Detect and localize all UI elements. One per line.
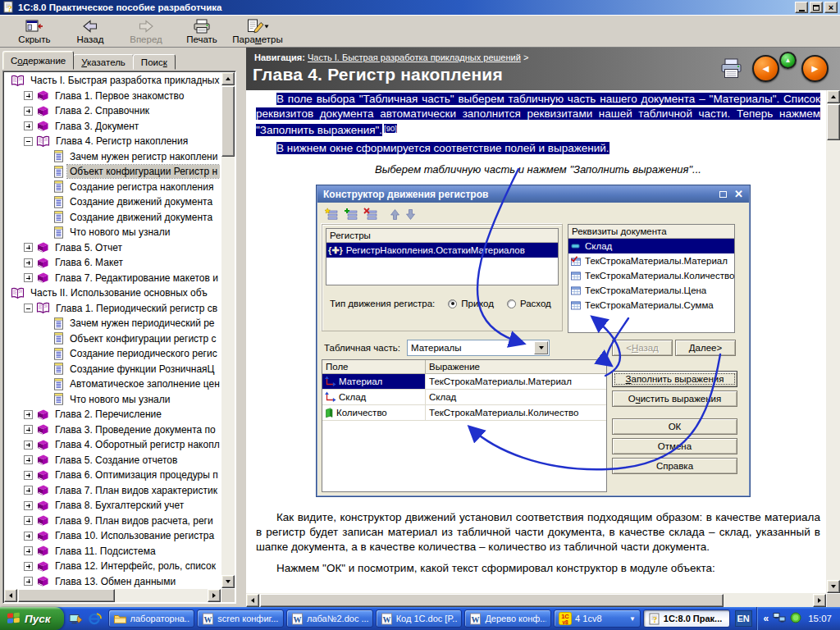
tree-item[interactable]: Глава 10. Использование регистра [6, 528, 220, 544]
tree-item-label[interactable]: Глава 3. Проведение документа по [52, 423, 218, 436]
tree-item[interactable]: Объект конфигурации регистр с [6, 331, 220, 347]
table-row[interactable]: МатериалТекСтрокаМатериалы.Материал [322, 374, 606, 390]
expand-plus-icon[interactable] [24, 121, 33, 130]
radio-расход[interactable]: Расход [507, 299, 551, 308]
move-up-icon[interactable] [390, 208, 400, 221]
expand-plus-icon[interactable] [24, 258, 33, 267]
tree-item-label[interactable]: Глава 6. Макет [52, 256, 126, 269]
tree-item-label[interactable]: Создание движений документа [67, 211, 215, 224]
expand-plus-icon[interactable] [24, 486, 33, 495]
scrollbar-thumb[interactable] [827, 104, 840, 140]
tree-item[interactable]: Глава 11. Подсистема [6, 544, 220, 559]
tree-item-label[interactable]: Объект конфигурации Регистр н [67, 165, 220, 178]
dialog-button-ок[interactable]: ОК [612, 418, 737, 435]
taskbar-task[interactable]: 1Сv84 1cv8▼ [554, 609, 641, 628]
tree-item-label[interactable]: Глава 11. Подсистема [52, 545, 158, 558]
expand-plus-icon[interactable] [24, 577, 33, 586]
tree-item-label[interactable]: Что нового мы узнали [67, 226, 172, 239]
scroll-right-button[interactable] [208, 589, 221, 602]
add-register-icon[interactable] [324, 208, 339, 221]
tree-item[interactable]: Глава 4. Регистр накопления [6, 134, 220, 149]
scroll-up-button[interactable] [221, 72, 235, 85]
expand-plus-icon[interactable] [24, 501, 33, 510]
print-topic-icon[interactable] [719, 57, 743, 82]
tree-item[interactable]: Глава 2. Перечисление [6, 407, 220, 422]
expand-plus-icon[interactable] [24, 532, 33, 541]
tree-item[interactable]: Часть I. Быстрая разработка прикладных р… [6, 73, 220, 89]
tree-item[interactable]: Глава 7. Редактирование макетов и [6, 271, 220, 286]
tree-item[interactable]: Глава 5. Создание отчетов [6, 453, 220, 468]
collapse-minus-icon[interactable] [24, 304, 33, 313]
tree-item-label[interactable]: Глава 2. Справочник [52, 104, 152, 117]
dialog-button-заполнить-выражения[interactable]: Заполнить выражения [612, 371, 737, 387]
scroll-down-button[interactable] [221, 575, 235, 588]
scroll-to-top-button[interactable]: ▲ [779, 52, 797, 69]
toolbar-button-back-arrow[interactable]: Назад [62, 16, 118, 46]
tree-item-label[interactable]: Глава 1. Периодический регистр св [53, 302, 220, 315]
tree-item[interactable]: Глава 5. Отчет [6, 240, 220, 256]
table-row[interactable]: КоличествоТекСтрокаМатериалы.Количество [322, 405, 606, 421]
tree-item-label[interactable]: Глава 8. Бухгалтерский учет [52, 499, 186, 512]
tree-item[interactable]: Глава 13. Обмен данными [6, 574, 220, 588]
expand-plus-icon[interactable] [24, 441, 33, 450]
scroll-down-button[interactable] [827, 580, 840, 593]
breadcrumb-link[interactable]: Часть I. Быстрая разработка прикладных р… [308, 52, 521, 62]
tree-item-label[interactable]: Глава 3. Документ [52, 120, 141, 133]
minimize-button[interactable] [795, 2, 808, 13]
taskbar-task[interactable]: WКод 1С.doc [P... [376, 609, 463, 628]
expand-plus-icon[interactable] [24, 425, 33, 434]
tree-item-label[interactable]: Глава 12. Интерфейс, роль, список [52, 559, 218, 573]
scroll-up-button[interactable] [827, 90, 840, 103]
tree-item[interactable]: Создание движений документа [6, 194, 220, 210]
previous-topic-button[interactable]: ◄ [752, 55, 779, 82]
delete-row-icon[interactable] [363, 208, 378, 221]
tree-item-label[interactable]: Что нового мы узнали [67, 393, 172, 406]
toolbar-button-hide-panel[interactable]: Скрыть [7, 16, 62, 46]
expand-plus-icon[interactable] [24, 273, 33, 282]
tree-item-label[interactable]: Глава 5. Отчет [52, 241, 125, 254]
taskbar-task[interactable]: лабораторна... [108, 609, 195, 628]
expand-plus-icon[interactable] [24, 243, 33, 252]
language-indicator[interactable]: EN [735, 610, 752, 627]
tree-item-label[interactable]: Часть II. Использование основных объ [28, 286, 210, 299]
tree-item[interactable]: Создание движений документа [6, 210, 220, 226]
tree-item-label[interactable]: Глава 9. План видов расчета, реги [52, 514, 216, 527]
tree-item[interactable]: Что нового мы узнали [6, 392, 220, 408]
tree-item[interactable]: Глава 6. Оптимизация процедуры п [6, 468, 220, 483]
table-row[interactable]: СкладСклад [322, 390, 606, 405]
expand-plus-icon[interactable] [24, 516, 33, 525]
tree-item-label[interactable]: Создание функции РозничнаяЦ [67, 363, 217, 376]
tree-item-label[interactable]: Объект конфигурации регистр с [67, 332, 219, 345]
scroll-left-button[interactable] [246, 594, 259, 607]
tree-item[interactable]: Создание периодического регис [6, 346, 220, 362]
radio-button-icon[interactable] [448, 299, 457, 308]
tree-item-label[interactable]: Глава 13. Обмен данными [52, 575, 178, 587]
tree-item[interactable]: Глава 2. Справочник [6, 103, 220, 119]
tree-item[interactable]: Автоматическое заполнение цен [6, 377, 220, 392]
tree-item-label[interactable]: Создание движений документа [67, 195, 215, 208]
tab-указатель[interactable]: Указатель [73, 54, 134, 70]
expand-plus-icon[interactable] [24, 471, 33, 480]
tree-item-label[interactable]: Автоматическое заполнение цен [67, 377, 220, 390]
expand-plus-icon[interactable] [24, 410, 33, 419]
taskbar-task[interactable]: Wscren конфиг... [197, 609, 284, 628]
scroll-left-button[interactable] [4, 589, 17, 602]
collapse-minus-icon[interactable] [24, 137, 33, 146]
start-button[interactable]: Пуск [0, 607, 64, 630]
tree-item[interactable]: Глава 4. Оборотный регистр накопл [6, 437, 220, 453]
quick-launch-internet-explorer[interactable] [87, 610, 103, 627]
tree-item[interactable]: Создание регистра накопления [6, 180, 220, 195]
tab-поиск[interactable]: Поиск [133, 54, 176, 70]
tree-item[interactable]: Часть II. Использование основных объ [6, 285, 220, 301]
tree-item-label[interactable]: Глава 7. Редактирование макетов и [52, 272, 220, 285]
tree-item[interactable]: Глава 3. Документ [6, 119, 220, 135]
dialog-maximize-icon[interactable] [719, 191, 727, 198]
tree-item-label[interactable]: Глава 6. Оптимизация процедуры п [52, 468, 220, 482]
chevron-down-icon[interactable]: ▼ [629, 615, 636, 623]
dialog-button-справка[interactable]: Справка [612, 458, 737, 474]
tree-item-label[interactable]: Зачем нужен регистр накоплени [67, 150, 220, 163]
wizard-button-next[interactable]: Далее> [675, 340, 736, 356]
tree-item-label[interactable]: Глава 7. План видов характеристик [52, 484, 220, 497]
tree-item-label[interactable]: Глава 2. Перечисление [52, 408, 164, 421]
attribute-list-item[interactable]: ТекСтрокаМатериалы.Количество [568, 268, 734, 283]
